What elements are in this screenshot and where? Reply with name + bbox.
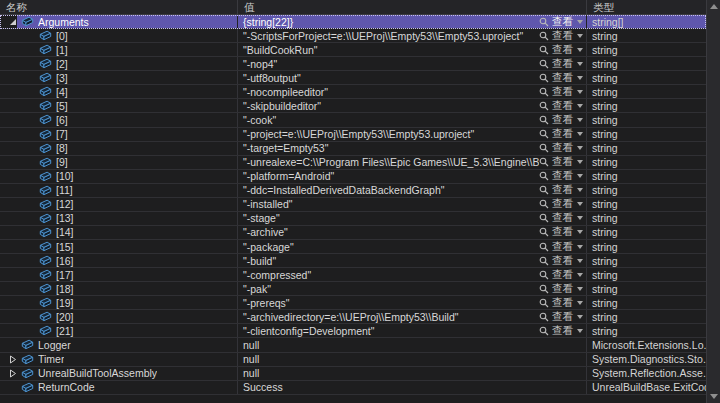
- value-cell[interactable]: "-stage" 查看: [238, 212, 587, 225]
- table-row[interactable]: [3]"-utf8output" 查看string: [0, 71, 706, 85]
- dropdown-caret-icon[interactable]: [577, 287, 583, 291]
- table-row[interactable]: [19]"-prereqs" 查看string: [0, 296, 706, 310]
- value-cell[interactable]: "-nocompileeditor" 查看: [238, 85, 587, 98]
- value-cell[interactable]: "-unrealexe=C:\\Program Files\\Epic Game…: [238, 156, 587, 169]
- dropdown-caret-icon[interactable]: [577, 329, 583, 333]
- column-header-type[interactable]: 类型: [587, 0, 706, 14]
- table-row[interactable]: [6]"-cook" 查看string: [0, 113, 706, 127]
- dropdown-caret-icon[interactable]: [577, 216, 583, 220]
- dropdown-caret-icon[interactable]: [577, 48, 583, 52]
- table-row[interactable]: [10]"-platform=Android" 查看string: [0, 170, 706, 184]
- value-cell[interactable]: "-nop4" 查看: [238, 57, 587, 70]
- view-button[interactable]: 查看: [539, 254, 583, 267]
- table-row[interactable]: [13]"-stage" 查看string: [0, 212, 706, 226]
- value-cell[interactable]: "-utf8output" 查看: [238, 71, 587, 84]
- table-row[interactable]: TimernullSystem.Diagnostics.Sto...: [0, 353, 706, 367]
- value-cell[interactable]: "-installed" 查看: [238, 198, 587, 211]
- dropdown-caret-icon[interactable]: [577, 132, 583, 136]
- table-row[interactable]: [1]"BuildCookRun" 查看string: [0, 43, 706, 57]
- table-row[interactable]: [5]"-skipbuildeditor" 查看string: [0, 99, 706, 113]
- column-header-value[interactable]: 值: [238, 0, 587, 14]
- dropdown-caret-icon[interactable]: [577, 34, 583, 38]
- table-row[interactable]: [17]"-compressed" 查看string: [0, 268, 706, 282]
- dropdown-caret-icon[interactable]: [577, 174, 583, 178]
- value-cell[interactable]: "-build" 查看: [238, 254, 587, 267]
- dropdown-caret-icon[interactable]: [577, 62, 583, 66]
- dropdown-caret-icon[interactable]: [577, 104, 583, 108]
- dropdown-caret-icon[interactable]: [577, 245, 583, 249]
- value-cell[interactable]: "-platform=Android" 查看: [238, 170, 587, 183]
- expander-collapsed-icon[interactable]: [5, 353, 21, 366]
- view-button[interactable]: 查看: [539, 212, 583, 225]
- table-row[interactable]: [2]"-nop4" 查看string: [0, 57, 706, 71]
- value-cell[interactable]: "-target=Empty53" 查看: [238, 142, 587, 155]
- table-row[interactable]: [21]"-clientconfig=Development" 查看string: [0, 324, 706, 338]
- value-cell[interactable]: "-clientconfig=Development" 查看: [238, 324, 587, 337]
- column-header-name[interactable]: 名称: [0, 0, 238, 14]
- value-cell[interactable]: "-skipbuildeditor" 查看: [238, 99, 587, 112]
- value-cell[interactable]: "-cook" 查看: [238, 113, 587, 126]
- view-button[interactable]: 查看: [539, 240, 583, 253]
- view-button[interactable]: 查看: [539, 170, 583, 183]
- view-button[interactable]: 查看: [539, 43, 583, 56]
- expander-collapsed-icon[interactable]: [5, 367, 21, 380]
- view-button[interactable]: 查看: [539, 226, 583, 239]
- value-cell[interactable]: null: [238, 367, 587, 380]
- table-row[interactable]: [12]"-installed" 查看string: [0, 198, 706, 212]
- table-row[interactable]: [0]"-ScriptsForProject=e:\\UEProj\\Empty…: [0, 29, 706, 43]
- value-cell[interactable]: {string[22]} 查看: [238, 15, 587, 28]
- value-cell[interactable]: "-ddc=InstalledDerivedDataBackendGraph" …: [238, 184, 587, 197]
- dropdown-caret-icon[interactable]: [577, 90, 583, 94]
- value-cell[interactable]: Success: [238, 381, 587, 394]
- table-row[interactable]: Arguments{string[22]} 查看string[]: [0, 15, 706, 29]
- view-button[interactable]: 查看: [539, 268, 583, 281]
- dropdown-caret-icon[interactable]: [577, 118, 583, 122]
- view-button[interactable]: 查看: [539, 15, 583, 28]
- value-cell[interactable]: "-archivedirectory=e:\\UEProj\\Empty53\\…: [238, 310, 587, 323]
- dropdown-caret-icon[interactable]: [577, 146, 583, 150]
- dropdown-caret-icon[interactable]: [577, 202, 583, 206]
- view-button[interactable]: 查看: [539, 184, 583, 197]
- table-row[interactable]: [15]"-package" 查看string: [0, 240, 706, 254]
- view-button[interactable]: 查看: [539, 71, 583, 84]
- value-cell[interactable]: "-prereqs" 查看: [238, 296, 587, 309]
- view-button[interactable]: 查看: [539, 29, 583, 42]
- value-cell[interactable]: "BuildCookRun" 查看: [238, 43, 587, 56]
- view-button[interactable]: 查看: [539, 142, 583, 155]
- view-button[interactable]: 查看: [539, 113, 583, 126]
- value-cell[interactable]: "-ScriptsForProject=e:\\UEProj\\Empty53\…: [238, 29, 587, 42]
- dropdown-caret-icon[interactable]: [577, 315, 583, 319]
- table-row[interactable]: [4]"-nocompileeditor" 查看string: [0, 85, 706, 99]
- value-cell[interactable]: "-pak" 查看: [238, 282, 587, 295]
- dropdown-caret-icon[interactable]: [577, 259, 583, 263]
- view-button[interactable]: 查看: [539, 156, 583, 169]
- view-button[interactable]: 查看: [539, 282, 583, 295]
- value-cell[interactable]: "-project=e:\\UEProj\\Empty53\\Empty53.u…: [238, 128, 587, 141]
- value-cell[interactable]: "-compressed" 查看: [238, 268, 587, 281]
- table-row[interactable]: [18]"-pak" 查看string: [0, 282, 706, 296]
- dropdown-caret-icon[interactable]: [577, 301, 583, 305]
- view-button[interactable]: 查看: [539, 198, 583, 211]
- table-row[interactable]: [20]"-archivedirectory=e:\\UEProj\\Empty…: [0, 310, 706, 324]
- table-row[interactable]: ReturnCodeSuccessUnrealBuildBase.ExitCod…: [0, 381, 706, 395]
- view-button[interactable]: 查看: [539, 128, 583, 141]
- view-button[interactable]: 查看: [539, 57, 583, 70]
- view-button[interactable]: 查看: [539, 99, 583, 112]
- value-cell[interactable]: null: [238, 353, 587, 366]
- value-cell[interactable]: "-archive" 查看: [238, 226, 587, 239]
- dropdown-caret-icon[interactable]: [577, 160, 583, 164]
- view-button[interactable]: 查看: [539, 310, 583, 323]
- view-button[interactable]: 查看: [539, 296, 583, 309]
- dropdown-caret-icon[interactable]: [577, 188, 583, 192]
- table-row[interactable]: [11]"-ddc=InstalledDerivedDataBackendGra…: [0, 184, 706, 198]
- view-button[interactable]: 查看: [539, 324, 583, 337]
- expander-expanded-icon[interactable]: [5, 15, 21, 28]
- table-row[interactable]: [14]"-archive" 查看string: [0, 226, 706, 240]
- table-row[interactable]: LoggernullMicrosoft.Extensions.Lo...: [0, 338, 706, 352]
- view-button[interactable]: 查看: [539, 85, 583, 98]
- value-cell[interactable]: null: [238, 338, 587, 351]
- value-cell[interactable]: "-package" 查看: [238, 240, 587, 253]
- scroll-up-icon[interactable]: [710, 4, 718, 9]
- table-row[interactable]: [9]"-unrealexe=C:\\Program Files\\Epic G…: [0, 156, 706, 170]
- dropdown-caret-icon[interactable]: [577, 230, 583, 234]
